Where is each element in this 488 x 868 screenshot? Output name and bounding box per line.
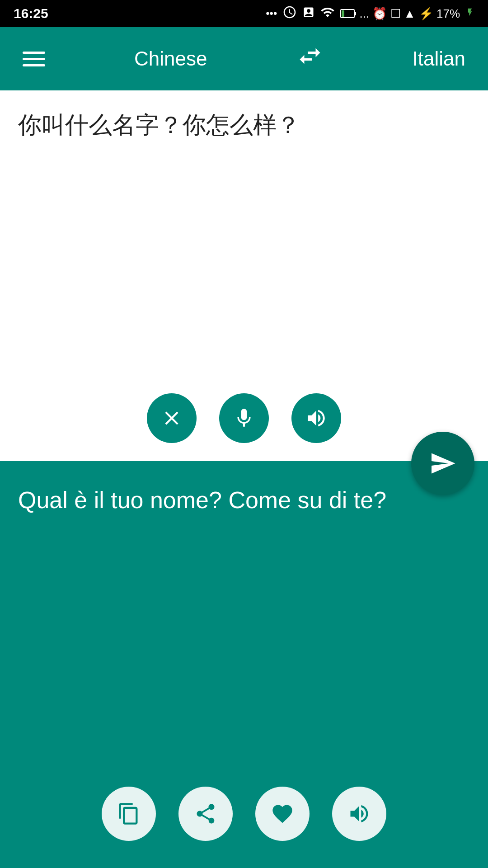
favorite-button[interactable] — [255, 787, 310, 841]
translation-actions — [18, 773, 470, 850]
svg-rect-1 — [342, 10, 344, 17]
speak-source-button[interactable] — [291, 393, 341, 443]
source-language[interactable]: Chinese — [134, 47, 207, 70]
menu-line-1 — [23, 52, 45, 54]
share-button[interactable] — [178, 787, 233, 841]
dots-icon: ••• — [266, 7, 277, 20]
microphone-button[interactable] — [219, 393, 269, 443]
battery-icon: ... ⏰ ☐ ▲ ⚡ 17% — [340, 7, 460, 21]
alarm-icon — [282, 5, 297, 22]
status-bar: 16:25 ••• ... ⏰ ☐ ▲ ⚡ 17% — [0, 0, 488, 27]
source-actions — [18, 380, 470, 452]
copy-button[interactable] — [102, 787, 156, 841]
source-text-input[interactable]: 你叫什么名字？你怎么样？ — [18, 108, 470, 380]
source-panel: 你叫什么名字？你怎么样？ — [0, 90, 488, 461]
battery-percent: ... ⏰ ☐ ▲ ⚡ 17% — [359, 7, 460, 21]
flash-icon — [465, 5, 474, 22]
main-content: 你叫什么名字？你怎么样？ — [0, 90, 488, 868]
signal-icon — [320, 5, 335, 22]
translated-text: Qual è il tuo nome? Come su di te? — [18, 484, 470, 773]
svg-rect-2 — [354, 12, 356, 15]
menu-button[interactable] — [23, 52, 45, 66]
target-language[interactable]: Italian — [413, 47, 465, 70]
speak-translation-button[interactable] — [332, 787, 386, 841]
clear-button[interactable] — [147, 393, 197, 443]
toolbar: Chinese Italian — [0, 27, 488, 90]
menu-line-2 — [23, 58, 45, 60]
sim-icon — [302, 5, 315, 22]
status-icons: ••• ... ⏰ ☐ ▲ ⚡ 17% — [266, 5, 474, 22]
status-time: 16:25 — [14, 6, 48, 21]
translation-panel: Qual è il tuo nome? Come su di te? — [0, 461, 488, 868]
swap-languages-button[interactable] — [296, 42, 324, 75]
translate-button[interactable] — [411, 432, 474, 495]
menu-line-3 — [23, 64, 45, 66]
